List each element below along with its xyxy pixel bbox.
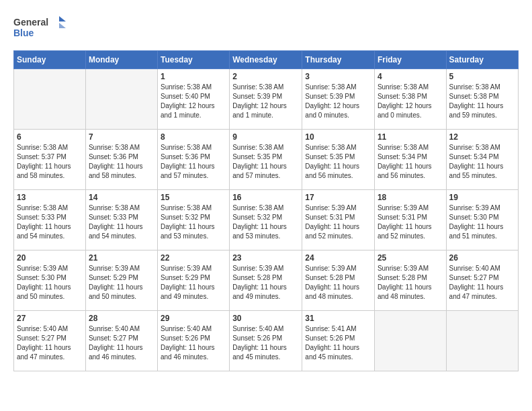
calendar-cell: 21Sunrise: 5:39 AM Sunset: 5:29 PM Dayli… — [85, 250, 157, 311]
day-info: Sunrise: 5:40 AM Sunset: 5:27 PM Dayligh… — [89, 324, 154, 362]
weekday-header: Saturday — [446, 51, 518, 69]
day-number: 3 — [305, 72, 371, 81]
day-info: Sunrise: 5:39 AM Sunset: 5:28 PM Dayligh… — [305, 264, 371, 302]
calendar-cell: 22Sunrise: 5:39 AM Sunset: 5:29 PM Dayli… — [158, 250, 230, 311]
day-number: 20 — [17, 253, 83, 263]
calendar-header-row: SundayMondayTuesdayWednesdayThursdayFrid… — [14, 51, 519, 69]
weekday-header: Monday — [85, 51, 157, 69]
calendar-cell — [85, 69, 157, 130]
calendar-cell: 12Sunrise: 5:38 AM Sunset: 5:34 PM Dayli… — [446, 130, 518, 190]
calendar-cell: 29Sunrise: 5:40 AM Sunset: 5:26 PM Dayli… — [158, 311, 230, 371]
day-info: Sunrise: 5:40 AM Sunset: 5:27 PM Dayligh… — [449, 264, 515, 302]
svg-text:General: General — [13, 17, 48, 28]
day-info: Sunrise: 5:38 AM Sunset: 5:35 PM Dayligh… — [232, 143, 299, 181]
calendar-cell: 18Sunrise: 5:39 AM Sunset: 5:31 PM Dayli… — [374, 190, 446, 250]
calendar-cell: 26Sunrise: 5:40 AM Sunset: 5:27 PM Dayli… — [446, 250, 518, 311]
day-number: 28 — [89, 314, 154, 323]
day-number: 15 — [161, 193, 226, 202]
day-info: Sunrise: 5:39 AM Sunset: 5:30 PM Dayligh… — [449, 203, 515, 241]
day-number: 5 — [449, 72, 515, 81]
day-info: Sunrise: 5:40 AM Sunset: 5:26 PM Dayligh… — [232, 324, 299, 362]
day-number: 29 — [161, 314, 226, 323]
day-number: 25 — [378, 253, 443, 263]
calendar-cell: 23Sunrise: 5:39 AM Sunset: 5:28 PM Dayli… — [230, 250, 302, 311]
calendar-cell: 27Sunrise: 5:40 AM Sunset: 5:27 PM Dayli… — [14, 311, 86, 371]
day-info: Sunrise: 5:39 AM Sunset: 5:29 PM Dayligh… — [161, 264, 226, 302]
weekday-header: Tuesday — [158, 51, 230, 69]
calendar-cell: 2Sunrise: 5:38 AM Sunset: 5:39 PM Daylig… — [230, 69, 302, 130]
day-info: Sunrise: 5:40 AM Sunset: 5:27 PM Dayligh… — [17, 324, 83, 362]
day-number: 4 — [378, 72, 443, 81]
day-number: 22 — [161, 253, 226, 263]
day-number: 30 — [232, 314, 299, 323]
day-number: 9 — [232, 132, 299, 142]
day-info: Sunrise: 5:39 AM Sunset: 5:31 PM Dayligh… — [305, 203, 371, 241]
page-header: General Blue — [13, 13, 519, 44]
calendar-cell: 5Sunrise: 5:38 AM Sunset: 5:38 PM Daylig… — [446, 69, 518, 130]
day-info: Sunrise: 5:38 AM Sunset: 5:40 PM Dayligh… — [161, 83, 226, 120]
day-number: 2 — [232, 72, 299, 81]
day-number: 18 — [378, 193, 443, 202]
calendar-cell: 6Sunrise: 5:38 AM Sunset: 5:37 PM Daylig… — [14, 130, 86, 190]
day-number: 16 — [232, 193, 299, 202]
calendar-week-row: 1Sunrise: 5:38 AM Sunset: 5:40 PM Daylig… — [14, 69, 519, 130]
day-number: 14 — [89, 193, 154, 202]
calendar-cell: 8Sunrise: 5:38 AM Sunset: 5:36 PM Daylig… — [158, 130, 230, 190]
calendar-cell: 31Sunrise: 5:41 AM Sunset: 5:26 PM Dayli… — [302, 311, 375, 371]
day-number: 10 — [305, 132, 371, 142]
calendar-cell: 15Sunrise: 5:38 AM Sunset: 5:32 PM Dayli… — [158, 190, 230, 250]
day-info: Sunrise: 5:38 AM Sunset: 5:36 PM Dayligh… — [161, 143, 226, 181]
svg-marker-2 — [59, 16, 66, 21]
day-number: 31 — [305, 314, 371, 323]
day-number: 24 — [305, 253, 371, 263]
calendar-cell: 16Sunrise: 5:38 AM Sunset: 5:32 PM Dayli… — [230, 190, 302, 250]
calendar-cell: 1Sunrise: 5:38 AM Sunset: 5:40 PM Daylig… — [158, 69, 230, 130]
day-number: 6 — [17, 132, 83, 142]
calendar-cell: 28Sunrise: 5:40 AM Sunset: 5:27 PM Dayli… — [85, 311, 157, 371]
day-info: Sunrise: 5:39 AM Sunset: 5:28 PM Dayligh… — [378, 264, 443, 302]
day-number: 1 — [161, 72, 226, 81]
day-info: Sunrise: 5:38 AM Sunset: 5:34 PM Dayligh… — [449, 143, 515, 181]
weekday-header: Thursday — [302, 51, 375, 69]
weekday-header: Friday — [374, 51, 446, 69]
day-info: Sunrise: 5:38 AM Sunset: 5:33 PM Dayligh… — [89, 203, 154, 241]
day-info: Sunrise: 5:38 AM Sunset: 5:35 PM Dayligh… — [305, 143, 371, 181]
day-info: Sunrise: 5:39 AM Sunset: 5:30 PM Dayligh… — [17, 264, 83, 302]
calendar-week-row: 20Sunrise: 5:39 AM Sunset: 5:30 PM Dayli… — [14, 250, 519, 311]
day-info: Sunrise: 5:38 AM Sunset: 5:38 PM Dayligh… — [449, 83, 515, 120]
day-number: 11 — [378, 132, 443, 142]
day-info: Sunrise: 5:38 AM Sunset: 5:39 PM Dayligh… — [232, 83, 299, 120]
calendar-cell: 10Sunrise: 5:38 AM Sunset: 5:35 PM Dayli… — [302, 130, 375, 190]
calendar-cell: 9Sunrise: 5:38 AM Sunset: 5:35 PM Daylig… — [230, 130, 302, 190]
calendar-week-row: 13Sunrise: 5:38 AM Sunset: 5:33 PM Dayli… — [14, 190, 519, 250]
weekday-header: Sunday — [14, 51, 86, 69]
logo: General Blue — [13, 13, 67, 44]
weekday-header: Wednesday — [230, 51, 302, 69]
day-number: 8 — [161, 132, 226, 142]
day-number: 27 — [17, 314, 83, 323]
day-number: 23 — [232, 253, 299, 263]
calendar-cell: 3Sunrise: 5:38 AM Sunset: 5:39 PM Daylig… — [302, 69, 375, 130]
day-info: Sunrise: 5:38 AM Sunset: 5:38 PM Dayligh… — [378, 83, 443, 120]
calendar-cell: 13Sunrise: 5:38 AM Sunset: 5:33 PM Dayli… — [14, 190, 86, 250]
day-info: Sunrise: 5:39 AM Sunset: 5:31 PM Dayligh… — [378, 203, 443, 241]
day-info: Sunrise: 5:38 AM Sunset: 5:36 PM Dayligh… — [89, 143, 154, 181]
calendar-cell: 11Sunrise: 5:38 AM Sunset: 5:34 PM Dayli… — [374, 130, 446, 190]
svg-marker-3 — [59, 23, 66, 28]
day-info: Sunrise: 5:39 AM Sunset: 5:29 PM Dayligh… — [89, 264, 154, 302]
calendar-cell: 17Sunrise: 5:39 AM Sunset: 5:31 PM Dayli… — [302, 190, 375, 250]
day-number: 12 — [449, 132, 515, 142]
calendar-cell: 7Sunrise: 5:38 AM Sunset: 5:36 PM Daylig… — [85, 130, 157, 190]
day-number: 13 — [17, 193, 83, 202]
day-info: Sunrise: 5:39 AM Sunset: 5:28 PM Dayligh… — [232, 264, 299, 302]
calendar-cell: 4Sunrise: 5:38 AM Sunset: 5:38 PM Daylig… — [374, 69, 446, 130]
generalblue-logo: General Blue — [13, 13, 67, 44]
day-info: Sunrise: 5:38 AM Sunset: 5:37 PM Dayligh… — [17, 143, 83, 181]
calendar-cell: 14Sunrise: 5:38 AM Sunset: 5:33 PM Dayli… — [85, 190, 157, 250]
calendar-week-row: 27Sunrise: 5:40 AM Sunset: 5:27 PM Dayli… — [14, 311, 519, 371]
day-info: Sunrise: 5:38 AM Sunset: 5:33 PM Dayligh… — [17, 203, 83, 241]
calendar-cell: 20Sunrise: 5:39 AM Sunset: 5:30 PM Dayli… — [14, 250, 86, 311]
day-number: 21 — [89, 253, 154, 263]
day-number: 26 — [449, 253, 515, 263]
day-number: 7 — [89, 132, 154, 142]
